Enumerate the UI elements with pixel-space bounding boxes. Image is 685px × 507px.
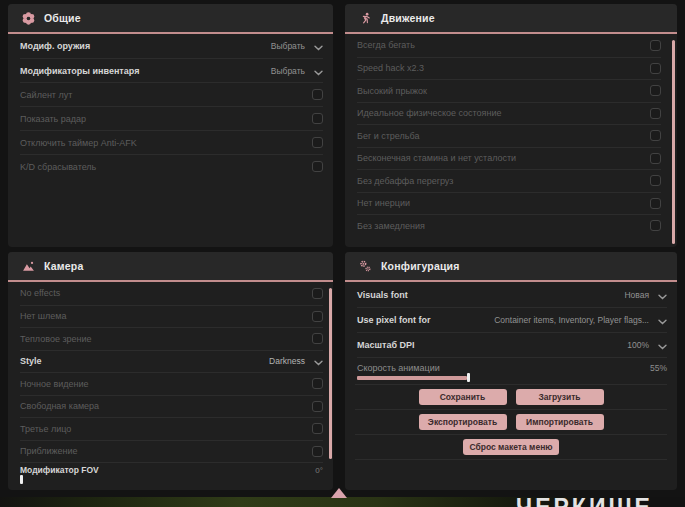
animation-speed-slider[interactable]	[357, 373, 667, 382]
animation-speed-slider-handle[interactable]	[467, 373, 470, 382]
reset-menu-layout-button[interactable]: Сброс макета меню	[463, 439, 559, 455]
row-show-radar: Показать радар	[20, 106, 323, 130]
row-label: Бесконечная стамина и нет усталости	[357, 153, 516, 163]
visuals-font-dropdown[interactable]: Новая	[624, 286, 667, 304]
panel-title-movement: Движение	[381, 12, 435, 24]
row-label: Нет шлема	[20, 311, 67, 321]
row-label: Visuals font	[357, 290, 408, 300]
pixel-font-dropdown[interactable]: Container items, Inventory, Player flags…	[494, 311, 667, 329]
config-buttons-row-2: Экспортировать Импортировать	[355, 409, 667, 434]
row-no-overload-debuff: Без дебаффа перегруз	[357, 169, 661, 192]
row-label: Показать радар	[20, 114, 86, 124]
dpi-scale-dropdown[interactable]: 100%	[627, 336, 667, 354]
row-pixel-font: Use pixel font for Container items, Inve…	[357, 307, 667, 332]
row-thermal-vision: Тепловое зрение	[20, 327, 323, 350]
panel-movement-header: Движение	[345, 4, 677, 34]
fov-value: 0°	[315, 466, 323, 475]
row-speed-hack: Speed hack x2.3	[357, 57, 661, 80]
panel-title-camera: Камера	[44, 260, 83, 272]
dropdown-value: Container items, Inventory, Player flags…	[494, 315, 649, 325]
row-no-effects: No effects	[20, 282, 323, 305]
row-free-camera: Свободная камера	[20, 395, 323, 418]
background-watermark-text: ЧЕРКИШЕ	[516, 494, 653, 507]
row-label: Style	[20, 356, 42, 366]
row-perfect-condition: Идеальное физическое состояние	[357, 102, 661, 125]
inventory-mods-dropdown[interactable]: Выбрать	[271, 62, 323, 80]
row-label: Speed hack x2.3	[357, 63, 424, 73]
row-fov-modifier: Модификатор FOV 0°	[20, 462, 323, 484]
infinite-stamina-checkbox[interactable]	[650, 153, 661, 164]
row-night-vision: Ночное видение	[20, 372, 323, 395]
row-label: Высокий прыжок	[357, 86, 427, 96]
panel-config-header: Конфигурация	[345, 252, 677, 282]
style-dropdown[interactable]: Darkness	[269, 352, 323, 370]
flower-icon	[22, 12, 35, 25]
night-vision-checkbox[interactable]	[312, 378, 323, 389]
row-label: No effects	[20, 288, 60, 298]
perfect-condition-checkbox[interactable]	[650, 108, 661, 119]
no-helmet-checkbox[interactable]	[312, 311, 323, 322]
row-label: Без замедления	[357, 221, 425, 231]
animation-speed-value: 55%	[650, 363, 667, 373]
config-bottom-separator	[355, 459, 667, 460]
show-radar-checkbox[interactable]	[312, 113, 323, 124]
kd-reset-checkbox[interactable]	[312, 161, 323, 172]
chevron-down-icon	[314, 352, 323, 370]
row-no-inertia: Нет инерции	[357, 192, 661, 215]
row-high-jump: Высокий прыжок	[357, 79, 661, 102]
row-label: Идеальное физическое состояние	[357, 108, 502, 118]
no-slowdown-checkbox[interactable]	[650, 220, 661, 231]
mountain-icon	[22, 260, 35, 273]
export-button[interactable]: Экспортировать	[419, 414, 507, 430]
no-inertia-checkbox[interactable]	[650, 198, 661, 209]
high-jump-checkbox[interactable]	[650, 85, 661, 96]
row-label: Модиф. оружия	[20, 41, 90, 51]
camera-scrollbar[interactable]	[329, 288, 332, 459]
runner-icon	[359, 12, 372, 25]
row-dpi-scale: Масштаб DPI 100%	[357, 332, 667, 357]
chevron-down-icon	[658, 311, 667, 329]
row-infinite-stamina: Бесконечная стамина и нет усталости	[357, 147, 661, 170]
row-label: Тепловое зрение	[20, 334, 92, 344]
speed-hack-checkbox[interactable]	[650, 63, 661, 74]
dropdown-value: Выбрать	[271, 41, 305, 51]
chevron-down-icon	[658, 336, 667, 354]
panel-camera-header: Камера	[8, 252, 333, 282]
row-always-run: Всегда бегать	[357, 34, 661, 57]
always-run-checkbox[interactable]	[650, 40, 661, 51]
chevron-down-icon	[314, 62, 323, 80]
anti-afk-checkbox[interactable]	[312, 137, 323, 148]
row-label: Приближение	[20, 446, 78, 456]
movement-scrollbar[interactable]	[672, 40, 675, 244]
panel-title-config: Конфигурация	[381, 260, 460, 272]
row-zoom: Приближение	[20, 440, 323, 463]
silent-loot-checkbox[interactable]	[312, 89, 323, 100]
weapon-mod-dropdown[interactable]: Выбрать	[271, 37, 323, 55]
no-effects-checkbox[interactable]	[312, 288, 323, 299]
row-label: Третье лицо	[20, 424, 71, 434]
load-button[interactable]: Загрузить	[516, 389, 604, 405]
row-label: Свободная камера	[20, 401, 99, 411]
row-weapon-mod: Модиф. оружия Выбрать	[20, 34, 323, 58]
third-person-checkbox[interactable]	[312, 423, 323, 434]
row-no-slowdown: Без замедления	[357, 214, 661, 237]
dropdown-value: 100%	[627, 340, 649, 350]
row-no-helmet: Нет шлема	[20, 305, 323, 328]
thermal-vision-checkbox[interactable]	[312, 333, 323, 344]
panel-general: Общие Модиф. оружия Выбрать Модификаторы…	[8, 4, 333, 247]
save-button[interactable]: Сохранить	[419, 389, 507, 405]
free-camera-checkbox[interactable]	[312, 401, 323, 412]
zoom-checkbox[interactable]	[312, 446, 323, 457]
row-label: Отключить таймер Anti-AFK	[20, 138, 137, 148]
no-overload-debuff-checkbox[interactable]	[650, 175, 661, 186]
config-buttons-row-3: Сброс макета меню	[355, 434, 667, 459]
row-label: Масштаб DPI	[357, 340, 415, 350]
panel-camera: Камера No effects Нет шлема Тепловое зре…	[8, 252, 333, 490]
fov-slider[interactable]	[20, 475, 323, 484]
row-silent-loot: Сайлент лут	[20, 82, 323, 106]
fov-slider-handle[interactable]	[20, 475, 23, 484]
dropdown-value: Darkness	[269, 356, 305, 366]
run-and-shoot-checkbox[interactable]	[650, 130, 661, 141]
import-button[interactable]: Импортировать	[516, 414, 604, 430]
panel-general-header: Общие	[8, 4, 333, 34]
